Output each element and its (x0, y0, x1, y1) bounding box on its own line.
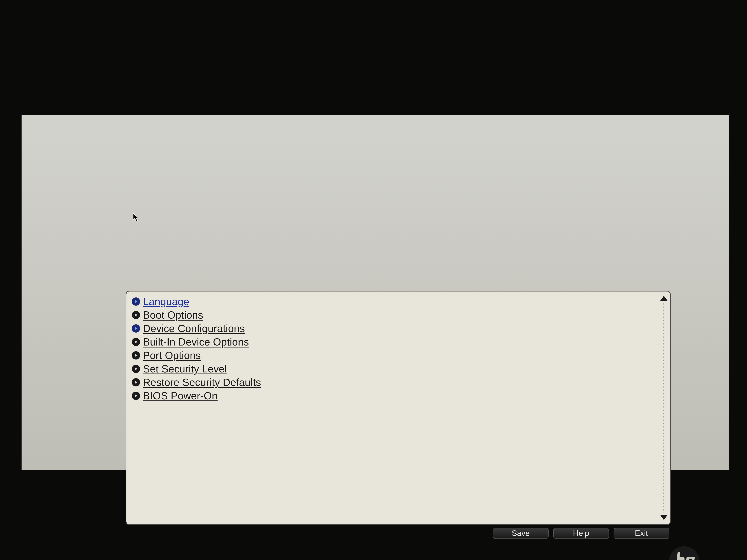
menu-item-port-options[interactable]: Port Options (132, 349, 665, 361)
svg-marker-2 (135, 327, 137, 330)
scroll-down-icon[interactable] (660, 514, 668, 520)
svg-marker-5 (135, 367, 137, 370)
menu-list: Language Boot Options Device Configurati… (132, 295, 665, 402)
menu-item-built-in-device-options[interactable]: Built-In Device Options (132, 336, 665, 348)
menu-item-boot-options[interactable]: Boot Options (132, 309, 665, 321)
exit-button[interactable]: Exit (614, 528, 669, 539)
svg-marker-7 (135, 394, 137, 397)
menu-item-label: Language (143, 295, 189, 308)
play-icon (132, 338, 140, 346)
scroll-track-line (664, 303, 664, 513)
menu-item-label: Built-In Device Options (143, 336, 249, 348)
menu-item-label: Set Security Level (143, 363, 227, 375)
scrollbar[interactable] (662, 296, 666, 520)
svg-marker-3 (135, 340, 137, 344)
play-icon (132, 311, 140, 319)
menu-item-device-configurations[interactable]: Device Configurations (132, 322, 665, 335)
menu-item-label: Device Configurations (143, 322, 245, 335)
play-icon (132, 392, 140, 400)
svg-marker-0 (135, 300, 137, 303)
hp-logo-icon (668, 545, 700, 560)
scroll-up-icon[interactable] (660, 296, 668, 301)
menu-item-language[interactable]: Language (132, 295, 665, 308)
svg-marker-1 (135, 313, 137, 317)
content-panel: Language Boot Options Device Configurati… (126, 291, 671, 525)
play-icon (132, 365, 140, 373)
play-icon (132, 297, 140, 306)
help-button[interactable]: Help (553, 528, 609, 539)
footer-buttons: Save Help Exit (126, 528, 671, 539)
play-icon (132, 324, 140, 332)
bios-screen: Language Boot Options Device Configurati… (22, 115, 729, 470)
menu-item-set-security-level[interactable]: Set Security Level (132, 363, 665, 375)
menu-item-bios-power-on[interactable]: BIOS Power-On (132, 390, 665, 402)
menu-item-label: Boot Options (143, 309, 203, 321)
play-icon (132, 378, 140, 386)
play-icon (132, 351, 140, 359)
svg-marker-6 (135, 381, 137, 384)
menu-item-label: Port Options (143, 349, 201, 361)
menu-item-label: BIOS Power-On (143, 390, 217, 402)
svg-marker-4 (135, 354, 137, 357)
menu-item-restore-security-defaults[interactable]: Restore Security Defaults (132, 376, 665, 388)
menu-item-label: Restore Security Defaults (143, 376, 261, 388)
save-button[interactable]: Save (493, 528, 548, 539)
